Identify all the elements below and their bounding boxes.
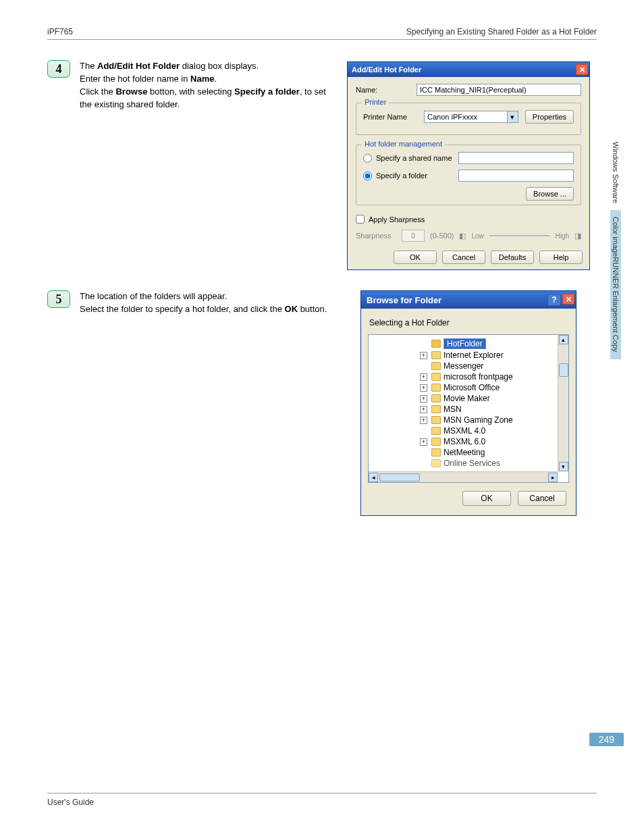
footer-left: User's Guide xyxy=(47,798,94,807)
radio-specify-shared-name[interactable] xyxy=(363,154,372,163)
tree-item[interactable]: NetMeeting xyxy=(371,447,568,458)
expand-icon[interactable]: + xyxy=(420,352,427,359)
apply-sharpness-checkbox[interactable] xyxy=(356,215,365,224)
folder-icon xyxy=(431,438,441,446)
sharpness-slider[interactable] xyxy=(489,229,550,242)
dialog2-title: Browse for Folder xyxy=(367,295,441,305)
dialog2-subtitle: Selecting a Hot Folder xyxy=(369,318,568,328)
printer-name-select[interactable]: Canon iPFxxxx ▾ xyxy=(424,111,518,123)
ok-button[interactable]: OK xyxy=(462,491,511,506)
expand-icon[interactable]: + xyxy=(420,384,427,392)
sharpness-row: Sharpness 0 (0-500) ◧ Low High ◨ xyxy=(356,229,581,242)
tree-item[interactable]: +MSXML 6.0 xyxy=(371,436,568,447)
browse-for-folder-dialog: Browse for Folder ? ✕ Selecting a Hot Fo… xyxy=(360,290,576,516)
folder-icon xyxy=(431,351,441,359)
tree-item-label: microsoft frontpage xyxy=(444,372,513,382)
cancel-button[interactable]: Cancel xyxy=(442,251,485,264)
vertical-scrollbar[interactable]: ▴ ▾ xyxy=(558,335,568,471)
step-5-text: The location of the folders will appear.… xyxy=(80,290,350,316)
horizontal-scrollbar[interactable]: ◂ ▸ xyxy=(369,471,558,482)
radio-folder-label: Specify a folder xyxy=(376,172,454,180)
tree-item-label: NetMeeting xyxy=(444,448,485,457)
page-number: 249 xyxy=(589,733,624,746)
radio-shared-label: Specify a shared name xyxy=(376,154,454,162)
tree-item[interactable]: Online Services xyxy=(371,458,568,469)
name-label: Name: xyxy=(356,86,410,94)
tree-item-label: MSN xyxy=(444,405,462,414)
cancel-button[interactable]: Cancel xyxy=(518,491,566,506)
defaults-button[interactable]: Defaults xyxy=(491,251,534,264)
folder-icon xyxy=(431,459,441,467)
tree-item-label: Internet Explorer xyxy=(444,350,504,360)
apply-sharpness-label: Apply Sharpness xyxy=(369,215,425,224)
page-header: iPF765 Specifying an Existing Shared Fol… xyxy=(47,27,597,40)
tree-item[interactable]: +Internet Explorer xyxy=(371,350,568,361)
sharpness-high-label: High xyxy=(555,232,569,240)
expand-icon[interactable]: + xyxy=(420,373,427,381)
folder-icon xyxy=(431,373,441,381)
tree-item[interactable]: +Microsoft Office xyxy=(371,382,568,393)
close-icon[interactable]: ✕ xyxy=(562,294,574,305)
radio-specify-folder[interactable] xyxy=(363,172,372,180)
tree-item[interactable]: +Movie Maker xyxy=(371,393,568,404)
tree-item[interactable]: +MSN xyxy=(371,404,568,415)
dialog1-title: Add/Edit Hot Folder xyxy=(352,66,421,74)
folder-tree[interactable]: HotFolder+Internet ExplorerMessenger+mic… xyxy=(368,334,569,483)
folder-icon xyxy=(431,384,441,392)
help-button[interactable]: Help xyxy=(539,251,583,264)
expand-icon[interactable]: + xyxy=(420,406,427,413)
expand-icon[interactable]: + xyxy=(420,417,427,424)
scroll-thumb[interactable] xyxy=(559,363,568,377)
help-icon[interactable]: ? xyxy=(547,294,561,306)
sharpness-low-label: Low xyxy=(471,232,483,240)
tree-item[interactable]: Messenger xyxy=(371,361,568,371)
header-right: Specifying an Existing Shared Folder as … xyxy=(406,27,597,36)
folder-icon xyxy=(431,416,441,424)
tree-item-label: HotFolder xyxy=(444,338,486,349)
scroll-left-icon[interactable]: ◂ xyxy=(369,473,378,482)
tree-item-label: MSXML 6.0 xyxy=(444,437,485,446)
folder-icon xyxy=(431,448,441,457)
expand-icon[interactable]: + xyxy=(420,438,427,446)
sharpness-label: Sharpness xyxy=(356,232,396,240)
properties-button[interactable]: Properties xyxy=(525,110,574,124)
name-input[interactable] xyxy=(417,84,581,96)
tree-item[interactable]: MSXML 4.0 xyxy=(371,425,568,436)
dialog2-titlebar: Browse for Folder ? ✕ xyxy=(361,291,576,309)
side-tab-color-imagerunner[interactable]: Color imageRUNNER Enlargement Copy xyxy=(610,210,621,359)
sharpness-value: 0 xyxy=(402,230,425,242)
printer-group-title: Printer xyxy=(362,98,389,106)
browse-button[interactable]: Browse ... xyxy=(526,187,574,201)
folder-path-input[interactable] xyxy=(458,170,574,182)
tree-item-label: MSN Gaming Zone xyxy=(444,415,513,425)
tree-item-label: Microsoft Office xyxy=(444,383,500,392)
tree-item-label: MSXML 4.0 xyxy=(444,426,485,436)
sharpness-range: (0-500) xyxy=(430,232,454,240)
step-4-text: The Add/Edit Hot Folder dialog box displ… xyxy=(80,60,336,111)
page-footer: User's Guide xyxy=(47,793,597,807)
scroll-down-icon[interactable]: ▾ xyxy=(559,462,568,471)
add-edit-hot-folder-dialog: Add/Edit Hot Folder ✕ Name: Printer Prin… xyxy=(347,61,590,270)
close-icon[interactable]: ✕ xyxy=(576,64,588,75)
step-5-number: 5 xyxy=(47,290,70,308)
folder-icon xyxy=(431,427,441,435)
tree-item-label: Messenger xyxy=(444,361,483,371)
tree-item[interactable]: HotFolder xyxy=(371,338,568,350)
mgmt-group-title: Hot folder management xyxy=(362,140,445,148)
folder-icon xyxy=(431,405,441,413)
side-tabs: Windows Software Color imageRUNNER Enlar… xyxy=(608,135,624,359)
tree-item[interactable]: +microsoft frontpage xyxy=(371,371,568,382)
folder-icon xyxy=(431,394,441,402)
shared-name-input[interactable] xyxy=(458,152,574,164)
step-5: 5 The location of the folders will appea… xyxy=(47,290,597,516)
expand-icon[interactable]: + xyxy=(420,395,427,402)
hscroll-thumb[interactable] xyxy=(379,473,420,481)
ok-button[interactable]: OK xyxy=(394,251,437,264)
scroll-up-icon[interactable]: ▴ xyxy=(559,335,568,344)
tree-item-label: Movie Maker xyxy=(444,394,490,403)
scroll-right-icon[interactable]: ▸ xyxy=(548,473,558,482)
step-4-number: 4 xyxy=(47,60,70,78)
tree-item[interactable]: +MSN Gaming Zone xyxy=(371,415,568,425)
side-tab-windows-software[interactable]: Windows Software xyxy=(610,135,621,210)
folder-icon xyxy=(431,362,441,370)
